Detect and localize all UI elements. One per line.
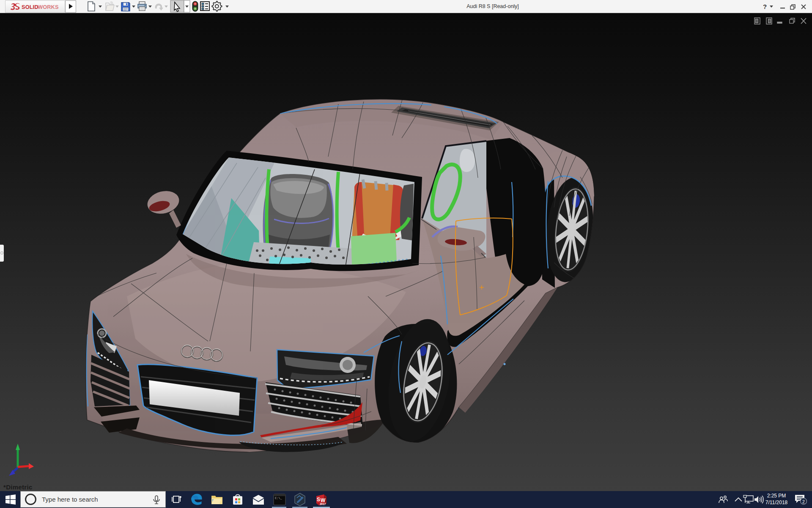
svg-text:C:\_: C:\_ [275, 497, 283, 500]
svg-text:2017: 2017 [320, 502, 326, 505]
svg-text:?: ? [763, 3, 767, 10]
svg-text:SOLID: SOLID [22, 4, 38, 10]
svg-text:S: S [317, 497, 320, 502]
svg-text:2: 2 [802, 499, 805, 504]
svg-text:WORKS: WORKS [38, 4, 59, 10]
